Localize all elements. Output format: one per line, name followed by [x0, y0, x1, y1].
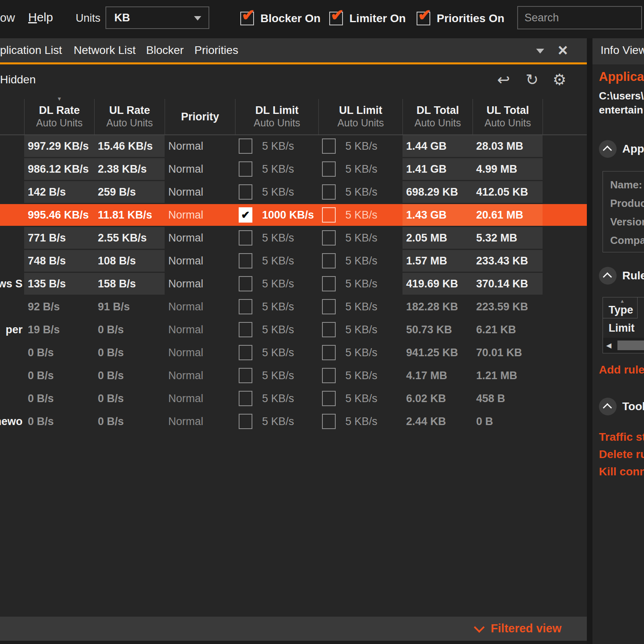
traffic-stats-link[interactable]: Traffic st: [599, 431, 644, 444]
ul-limit-checkbox[interactable]: [322, 299, 336, 314]
priority-value[interactable]: Normal: [165, 319, 235, 341]
dl-limit-checkbox[interactable]: [239, 345, 252, 360]
rules-column-type[interactable]: Type: [603, 297, 638, 318]
priority-value[interactable]: Normal: [165, 388, 235, 409]
tab-network-list[interactable]: Network List: [74, 44, 136, 57]
panel-splitter[interactable]: [587, 38, 592, 644]
ul-limit-checkbox[interactable]: [322, 276, 336, 291]
dl-limit-checkbox[interactable]: [239, 322, 252, 337]
dl-limit-value[interactable]: 5 KB/s: [262, 392, 294, 405]
ul-limit-checkbox[interactable]: [322, 138, 336, 154]
column-header-priority[interactable]: Priority: [165, 99, 235, 134]
ul-limit-value[interactable]: 5 KB/s: [345, 186, 378, 198]
filtered-view-toggle[interactable]: Filtered view: [477, 622, 561, 635]
tab-overflow-chevron-icon[interactable]: [536, 49, 544, 54]
ul-limit-checkbox[interactable]: [322, 322, 336, 337]
rules-section-header[interactable]: Rules: [599, 267, 644, 285]
ul-limit-value[interactable]: 5 KB/s: [345, 255, 378, 267]
scrollbar-thumb[interactable]: [617, 341, 644, 350]
dl-limit-value[interactable]: 5 KB/s: [262, 140, 294, 153]
table-row[interactable]: 997.29 KB/s 15.46 KB/s Normal 5 KB/s 5 K…: [0, 135, 587, 158]
ul-limit-value[interactable]: 5 KB/s: [345, 415, 378, 428]
rules-horizontal-scrollbar[interactable]: ◀: [603, 338, 644, 353]
ul-limit-value[interactable]: 5 KB/s: [345, 347, 378, 359]
ul-limit-value[interactable]: 5 KB/s: [345, 324, 378, 336]
ul-limit-checkbox[interactable]: [322, 414, 336, 429]
ul-limit-checkbox[interactable]: [322, 161, 336, 177]
ul-limit-checkbox[interactable]: [322, 184, 336, 200]
dl-limit-checkbox[interactable]: ✔: [239, 207, 252, 223]
dl-limit-value[interactable]: 5 KB/s: [262, 186, 294, 198]
column-header-dl-limit[interactable]: DL Limit Auto Units: [235, 99, 318, 134]
blocker-on-checkbox[interactable]: ✔ Blocker On: [240, 10, 320, 27]
priority-value[interactable]: Normal: [165, 135, 235, 157]
table-row[interactable]: 0 B/s 0 B/s Normal 5 KB/s 5 KB/s 4.17 MB…: [0, 365, 587, 388]
priority-value[interactable]: Normal: [165, 181, 235, 203]
dl-limit-checkbox[interactable]: [239, 414, 252, 429]
table-row[interactable]: per 19 B/s 0 B/s Normal 5 KB/s 5 KB/s 50…: [0, 319, 587, 342]
dl-limit-checkbox[interactable]: [239, 368, 252, 383]
priority-value[interactable]: Normal: [165, 342, 235, 363]
ul-limit-value[interactable]: 5 KB/s: [345, 392, 378, 405]
menu-item-window-fragment[interactable]: ow: [0, 11, 15, 25]
priority-value[interactable]: Normal: [165, 365, 235, 386]
undo-icon[interactable]: ↩: [497, 69, 510, 90]
priority-value[interactable]: Normal: [165, 158, 235, 180]
dl-limit-value[interactable]: 1000 KB/s: [262, 209, 314, 221]
show-hidden-label[interactable]: Hidden: [0, 73, 36, 86]
table-row[interactable]: 142 B/s 259 B/s Normal 5 KB/s 5 KB/s 698…: [0, 181, 587, 204]
application-section-header[interactable]: Appli: [599, 140, 644, 158]
table-row[interactable]: 0 B/s 0 B/s Normal 5 KB/s 5 KB/s 6.02 KB…: [0, 388, 587, 411]
dl-limit-value[interactable]: 5 KB/s: [262, 415, 294, 428]
dl-limit-checkbox[interactable]: [239, 184, 252, 200]
tab-application-list[interactable]: plication List: [0, 44, 62, 57]
tab-priorities[interactable]: Priorities: [194, 44, 238, 57]
refresh-icon[interactable]: ↻: [526, 69, 539, 90]
column-header-ul-limit[interactable]: UL Limit Auto Units: [318, 99, 402, 134]
collapse-button[interactable]: [599, 267, 617, 285]
table-row[interactable]: 995.46 KB/s 11.81 KB/s Normal ✔ 1000 KB/…: [0, 204, 587, 227]
column-header-dl-total[interactable]: DL Total Auto Units: [402, 99, 473, 134]
column-header-ul-total[interactable]: UL Total Auto Units: [473, 99, 543, 134]
tools-section-header[interactable]: Tools: [599, 398, 644, 415]
dl-limit-value[interactable]: 5 KB/s: [262, 232, 294, 244]
dl-limit-value[interactable]: 5 KB/s: [262, 369, 294, 382]
ul-limit-value[interactable]: 5 KB/s: [345, 301, 378, 313]
table-row[interactable]: 986.12 KB/s 2.38 KB/s Normal 5 KB/s 5 KB…: [0, 158, 587, 181]
close-icon[interactable]: ×: [558, 39, 568, 62]
ul-limit-value[interactable]: 5 KB/s: [345, 232, 378, 244]
table-row[interactable]: 0 B/s 0 B/s Normal 5 KB/s 5 KB/s 941.25 …: [0, 342, 587, 365]
dl-limit-checkbox[interactable]: [239, 230, 252, 246]
priority-value[interactable]: Normal: [165, 204, 235, 226]
table-row[interactable]: 771 B/s 2.55 KB/s Normal 5 KB/s 5 KB/s 2…: [0, 227, 587, 250]
column-header-ul-rate[interactable]: UL Rate Auto Units: [94, 99, 165, 134]
tab-blocker[interactable]: Blocker: [146, 44, 184, 57]
dl-limit-checkbox[interactable]: [239, 276, 252, 291]
units-dropdown[interactable]: KB: [105, 6, 209, 29]
dl-limit-value[interactable]: 5 KB/s: [262, 301, 294, 313]
dl-limit-checkbox[interactable]: [239, 161, 252, 177]
priority-value[interactable]: Normal: [165, 411, 235, 432]
limiter-on-checkbox[interactable]: ✔ Limiter On: [329, 10, 406, 27]
scroll-left-icon[interactable]: ◀: [606, 341, 611, 350]
table-row[interactable]: ws S 135 B/s 158 B/s Normal 5 KB/s 5 KB/…: [0, 273, 587, 296]
dl-limit-value[interactable]: 5 KB/s: [262, 347, 294, 359]
dl-limit-value[interactable]: 5 KB/s: [262, 278, 294, 290]
ul-limit-value[interactable]: 5 KB/s: [345, 369, 378, 382]
table-row[interactable]: 748 B/s 108 B/s Normal 5 KB/s 5 KB/s 1.5…: [0, 250, 587, 273]
priority-value[interactable]: Normal: [165, 227, 235, 249]
kill-connections-link[interactable]: Kill conn: [599, 465, 644, 478]
table-row[interactable]: 92 B/s 91 B/s Normal 5 KB/s 5 KB/s 182.2…: [0, 296, 587, 319]
ul-limit-value[interactable]: 5 KB/s: [345, 209, 378, 221]
priority-value[interactable]: Normal: [165, 273, 235, 295]
dl-limit-checkbox[interactable]: [239, 391, 252, 406]
ul-limit-checkbox[interactable]: [322, 253, 336, 268]
ul-limit-checkbox[interactable]: [322, 391, 336, 406]
ul-limit-value[interactable]: 5 KB/s: [345, 140, 378, 153]
collapse-button[interactable]: [599, 140, 617, 158]
rules-row-limit[interactable]: Limit: [603, 318, 644, 338]
ul-limit-checkbox[interactable]: [322, 368, 336, 383]
ul-limit-value[interactable]: 5 KB/s: [345, 278, 378, 290]
search-input[interactable]: [518, 7, 641, 29]
priority-value[interactable]: Normal: [165, 250, 235, 272]
